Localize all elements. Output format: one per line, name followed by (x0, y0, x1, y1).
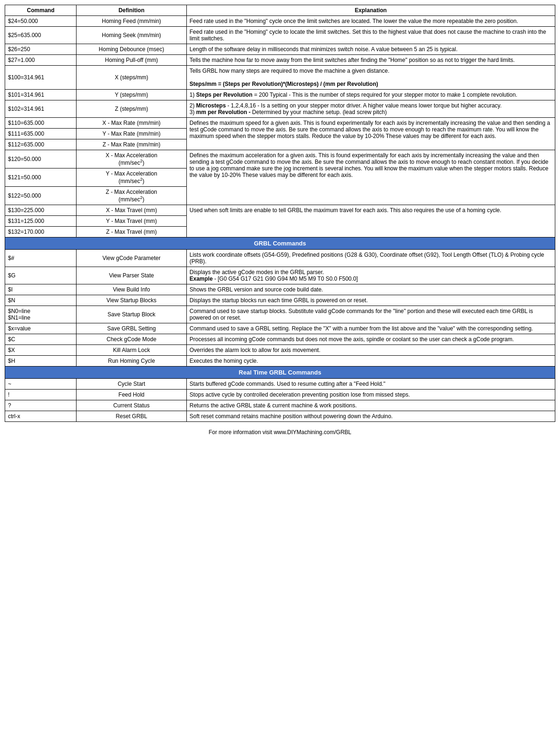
table-row: ?Current StatusReturns the active GRBL s… (5, 400, 555, 411)
table-row: $120=50.000X - Max Acceleration(mm/sec2)… (5, 150, 555, 168)
cmd-cell: $121=50.000 (5, 168, 77, 187)
exp-cell: Overrides the alarm lock to allow for ax… (186, 345, 555, 356)
exp-cell: Starts buffered gCode commands. Used to … (186, 379, 555, 390)
cmd-cell: $25=635.000 (5, 27, 77, 44)
exp-cell: 2) Microsteps - 1,2,4,8,16 - Is a settin… (186, 100, 555, 118)
def-cell: Y - Max Rate (mm/min) (77, 129, 186, 139)
header-explanation: Explanation (186, 5, 555, 16)
def-cell: X - Max Travel (mm) (77, 205, 186, 216)
cmd-cell: $110=635.000 (5, 118, 77, 129)
table-row: ~Cycle StartStarts buffered gCode comman… (5, 379, 555, 390)
def-cell: View Startup Blocks (77, 295, 186, 306)
def-cell: Reset GRBL (77, 411, 186, 422)
cmd-cell: $I (5, 284, 77, 295)
exp-cell: 1) Steps per Revolution = 200 Typical - … (186, 90, 555, 100)
cmd-cell: ? (5, 400, 77, 411)
def-cell: Kill Alarm Lock (77, 345, 186, 356)
table-row: $NView Startup BlocksDisplays the startu… (5, 295, 555, 306)
table-row: $27=1.000Homing Pull-off (mm)Tells the m… (5, 55, 555, 66)
table-row: $CCheck gCode ModeProcesses all incoming… (5, 334, 555, 345)
cmd-cell: $N0=line$N1=line (5, 306, 77, 323)
table-row: $25=635.000Homing Seek (mm/min)Feed rate… (5, 27, 555, 44)
exp-cell: Soft reset command retains machine posit… (186, 411, 555, 422)
cmd-cell: $H (5, 356, 77, 367)
def-cell: Z - Max Acceleration(mm/sec2) (77, 187, 186, 205)
table-row: !Feed HoldStops active cycle by controll… (5, 390, 555, 400)
cmd-cell: $130=225.000 (5, 205, 77, 216)
exp-cell: Displays the startup blocks run each tim… (186, 295, 555, 306)
exp-cell: Shows the GRBL version and source code b… (186, 284, 555, 295)
table-row: $110=635.000X - Max Rate (mm/min)Defines… (5, 118, 555, 129)
cmd-cell: $100=314.961 (5, 66, 77, 90)
table-row: $HRun Homing CycleExecutes the homing cy… (5, 356, 555, 367)
cmd-cell: $26=250 (5, 44, 77, 55)
table-row: $101=314.961Y (steps/mm)1) Steps per Rev… (5, 90, 555, 100)
cmd-cell: $24=50.000 (5, 16, 77, 27)
cmd-cell: $G (5, 267, 77, 284)
exp-cell: Feed rate used in the "Homing" cycle to … (186, 27, 555, 44)
footer-text: For more information visit www.DIYMachin… (5, 429, 555, 436)
cmd-cell: $131=125.000 (5, 216, 77, 227)
cmd-cell: $120=50.000 (5, 150, 77, 168)
exp-cell: Stops active cycle by controlled deceler… (186, 390, 555, 400)
section-header-cell: Real Time GRBL Commands (5, 367, 555, 379)
section-header-row: Real Time GRBL Commands (5, 367, 555, 379)
def-cell: Homing Pull-off (mm) (77, 55, 186, 66)
section-header-cell: GRBL Commands (5, 237, 555, 250)
cmd-cell: $27=1.000 (5, 55, 77, 66)
def-cell: Z - Max Rate (mm/min) (77, 139, 186, 150)
table-row: $24=50.000Homing Feed (mm/min)Feed rate … (5, 16, 555, 27)
table-row: $IView Build InfoShows the GRBL version … (5, 284, 555, 295)
def-cell: View Parser State (77, 267, 186, 284)
exp-cell: Tells GRBL how many steps are required t… (186, 66, 555, 90)
def-cell: Homing Seek (mm/min) (77, 27, 186, 44)
header-command: Command (5, 5, 77, 16)
def-cell: Cycle Start (77, 379, 186, 390)
def-cell: X - Max Rate (mm/min) (77, 118, 186, 129)
main-table: Command Definition Explanation $24=50.00… (5, 5, 555, 422)
def-cell: Z (steps/mm) (77, 100, 186, 118)
exp-cell: Command used to save startup blocks. Sub… (186, 306, 555, 323)
def-cell: Y - Max Travel (mm) (77, 216, 186, 227)
def-cell: X (steps/mm) (77, 66, 186, 90)
def-cell: Homing Debounce (msec) (77, 44, 186, 55)
cmd-cell: ctrl-x (5, 411, 77, 422)
cmd-cell: $122=50.000 (5, 187, 77, 205)
table-row: $102=314.961Z (steps/mm)2) Microsteps - … (5, 100, 555, 118)
cmd-cell: $111=635.000 (5, 129, 77, 139)
def-cell: Y - Max Acceleration(mm/sec2) (77, 168, 186, 187)
def-cell: X - Max Acceleration(mm/sec2) (77, 150, 186, 168)
def-cell: Z - Max Travel (mm) (77, 227, 186, 237)
table-row: $x=valueSave GRBL SettingCommand used to… (5, 323, 555, 334)
cmd-cell: $112=635.000 (5, 139, 77, 150)
exp-cell: Feed rate used in the "Homing" cycle onc… (186, 16, 555, 27)
def-cell: Check gCode Mode (77, 334, 186, 345)
table-row: $130=225.000X - Max Travel (mm)Used when… (5, 205, 555, 216)
exp-cell: Executes the homing cycle. (186, 356, 555, 367)
def-cell: Homing Feed (mm/min) (77, 16, 186, 27)
header-definition: Definition (77, 5, 186, 16)
exp-cell: Length of the software delay in millisec… (186, 44, 555, 55)
exp-cell: Used when soft limits are enable to tell… (186, 205, 555, 237)
table-row: ctrl-xReset GRBLSoft reset command retai… (5, 411, 555, 422)
cmd-cell: ~ (5, 379, 77, 390)
def-cell: Save Startup Block (77, 306, 186, 323)
exp-cell: Returns the active GRBL state & current … (186, 400, 555, 411)
exp-cell: Processes all incoming gCode commands bu… (186, 334, 555, 345)
table-row: $N0=line$N1=lineSave Startup BlockComman… (5, 306, 555, 323)
table-row: $26=250Homing Debounce (msec)Length of t… (5, 44, 555, 55)
def-cell: Feed Hold (77, 390, 186, 400)
exp-cell: Displays the active gCode modes in the G… (186, 267, 555, 284)
cmd-cell: $101=314.961 (5, 90, 77, 100)
exp-cell: Command used to save a GRBL setting. Rep… (186, 323, 555, 334)
cmd-cell: $132=170.000 (5, 227, 77, 237)
cmd-cell: $N (5, 295, 77, 306)
cmd-cell: $x=value (5, 323, 77, 334)
def-cell: Run Homing Cycle (77, 356, 186, 367)
cmd-cell: $X (5, 345, 77, 356)
section-header-row: GRBL Commands (5, 237, 555, 250)
def-cell: Current Status (77, 400, 186, 411)
def-cell: View Build Info (77, 284, 186, 295)
exp-cell: Defines the maximum speed for a given ax… (186, 118, 555, 150)
table-row: $100=314.961X (steps/mm)Tells GRBL how m… (5, 66, 555, 90)
